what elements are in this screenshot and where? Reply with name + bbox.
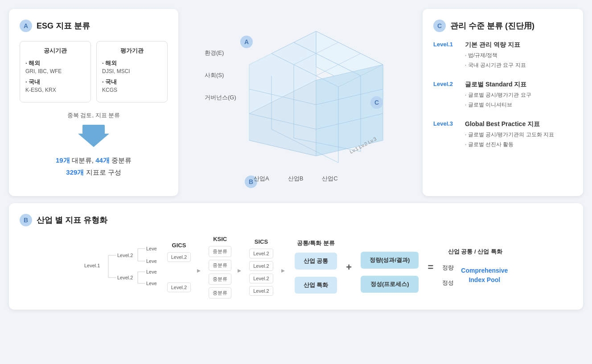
level2-title: 글로벌 Standard 지표 (465, 81, 531, 89)
level1-label: Level.1 (433, 41, 458, 70)
level1-item: Level.1 기본 관리 역량 지표 · 법/규제/정책 · 국내 공시기관 … (433, 41, 572, 70)
gics-col: GICS Level.2 Level.2 (167, 242, 191, 292)
rating-domestic-label: · 국내 (102, 78, 162, 86)
badge-a: A (20, 20, 32, 32)
rating-org-col: 평가기관 · 해외 DJSI, MSCI · 국내 KCGS (96, 41, 168, 102)
level2-content: 글로벌 Standard 지표 · 글로벌 공시/평가기관 요구 · 글로벌 이… (465, 81, 531, 110)
cube-area: A 환경(E) 사회(S) 거버넌스(G) (185, 9, 415, 196)
svg-text:Level.3: Level.3 (146, 246, 156, 251)
svg-text:Level.3: Level.3 (146, 258, 156, 264)
disclosure-org-title: 공시기관 (25, 47, 85, 55)
disclosure-foreign-items: GRI, IBC, WFE (25, 68, 85, 74)
arrow-sics-common (281, 268, 287, 275)
svg-marker-41 (197, 269, 201, 273)
disclosure-domestic-section: · 국내 K-ESG, KRX (25, 78, 85, 93)
card-b-header: B 산업 별 지표 유형화 (20, 214, 572, 226)
level1-items: · 법/규제/정책 · 국내 공시기관 요구 지표 (465, 51, 526, 70)
disclosure-domestic-items: K-ESG, KRX (25, 87, 85, 93)
cube-industryC-label: 산업C (322, 175, 337, 183)
card-industry-typification: B 산업 별 지표 유형화 Level.1 Level.2 Level.2 Le… (9, 203, 583, 310)
result-n1: 19개 (56, 156, 70, 164)
result-label2: 중분류 (111, 156, 132, 164)
result-pool-line1: Comprehensive (461, 266, 508, 275)
rating-domestic-section: · 국내 KCGS (102, 78, 162, 93)
cube-svg: Lv.1 Lv.2 Lv.3 (240, 22, 392, 174)
result-col: 산업 공통 / 산업 특화 정량 정성 Comprehensive Index … (442, 248, 508, 287)
arrow-gics-ksic (197, 268, 202, 275)
badge-b-bottom: B (20, 214, 32, 226)
result-pool-line2: Index Pool (461, 275, 508, 285)
bottom-content: Level.1 Level.2 Level.2 Level.3 Level.3 … (20, 235, 572, 299)
sics-item-2: Level.2 (249, 261, 273, 271)
rating-foreign-items: DJSI, MSCI (102, 68, 162, 74)
industry-common-box: 산업 공통 (295, 253, 337, 270)
level3-content: Global Best Practice 지표 · 글로벌 공시/평가기관의 고… (465, 120, 554, 149)
card-b-title: 산업 별 지표 유형화 (37, 215, 107, 225)
quantitative-box: 정량(성과/결과) (361, 252, 419, 269)
sics-item-1: Level.2 (249, 249, 273, 258)
plus-sign: + (346, 262, 352, 273)
esg-grid: 공시기관 · 해외 GRI, IBC, WFE · 국내 K-ESG, KRX … (20, 41, 168, 102)
result-label1: 대분류, (72, 156, 94, 164)
cube-labels-bottom: 산업A 산업B 산업C (254, 175, 338, 183)
sics-item-3: Level.2 (249, 274, 273, 283)
sics-col: SICS Level.2 Level.2 Level.2 Level.2 (249, 238, 273, 296)
svg-text:Level.1: Level.1 (84, 263, 100, 268)
sics-label: SICS (255, 238, 268, 245)
svg-marker-43 (281, 269, 285, 273)
level2-label: Level.2 (433, 81, 458, 110)
tree-svg: Level.1 Level.2 Level.2 Level.3 Level.3 … (81, 235, 156, 298)
level3-title: Global Best Practice 지표 (465, 120, 554, 128)
disclosure-domestic-label: · 국내 (25, 78, 85, 86)
level3-items: · 글로벌 공시/평가기관의 고도화 지표 · 글로벌 선진사 활동 (465, 130, 554, 149)
divider-text: 중복 검토, 지표 분류 (20, 111, 168, 119)
cube-env-label: 환경(E) (205, 49, 236, 57)
level2-items: · 글로벌 공시/평가기관 요구 · 글로벌 이니셔티브 (465, 90, 531, 110)
sics-item-4: Level.2 (249, 286, 273, 296)
gics-item-1: Level.2 (167, 252, 191, 262)
result-label3: 지표로 구성 (86, 168, 121, 176)
card-c-header: C 관리 수준 분류 (진단用) (433, 20, 572, 32)
result-n3: 329개 (66, 168, 84, 176)
badge-c: C (433, 20, 446, 32)
classification-col: 공통/특화 분류 산업 공통 산업 특화 (295, 239, 337, 295)
rating-foreign-section: · 해외 DJSI, MSCI (102, 59, 162, 74)
gics-item-2: Level.2 (167, 282, 191, 292)
result-text: 19개 대분류, 44개 중분류 329개 지표로 구성 (20, 154, 168, 178)
equals-sign: = (428, 262, 433, 273)
cube-badge-c: C (370, 96, 383, 109)
ksic-item-3: 중분류 (209, 274, 231, 285)
ksic-item-2: 중분류 (209, 260, 231, 271)
cube-industryA-label: 산업A (254, 175, 269, 183)
level1-title: 기본 관리 역량 지표 (465, 41, 526, 49)
gics-label: GICS (172, 242, 186, 249)
card-a-title: ESG 지표 분류 (37, 20, 90, 31)
qualitative-box: 정성(프로세스) (361, 276, 419, 293)
card-management-level: C 관리 수준 분류 (진단用) Level.1 기본 관리 역량 지표 · 법… (423, 9, 583, 196)
level1-content: 기본 관리 역량 지표 · 법/규제/정책 · 국내 공시기관 요구 지표 (465, 41, 526, 70)
card-c-title: 관리 수준 분류 (진단用) (450, 20, 534, 31)
quant-qual-col: 정량(성과/결과) 정성(프로세스) (361, 240, 419, 294)
tree-diagram: Level.1 Level.2 Level.2 Level.3 Level.3 … (81, 235, 156, 299)
result-n2: 44개 (95, 156, 110, 164)
disclosure-foreign-label: · 해외 (25, 59, 85, 67)
svg-text:Level.3: Level.3 (146, 281, 156, 286)
svg-text:Level.3: Level.3 (146, 269, 156, 274)
result-qual-label: 정성 (442, 279, 454, 287)
cube-labels-left: 환경(E) 사회(S) 거버넌스(G) (205, 49, 236, 102)
svg-text:Level.2: Level.2 (117, 253, 133, 258)
card-a-header: A ESG 지표 분류 (20, 20, 168, 32)
classification-label: 공통/특화 분류 (297, 239, 335, 247)
result-quant-label: 정량 (442, 264, 454, 272)
ksic-item-4: 중분류 (209, 287, 231, 299)
card-esg-classification: A ESG 지표 분류 공시기관 · 해외 GRI, IBC, WFE · 국내… (9, 9, 178, 196)
industry-specific-box: 산업 특화 (295, 277, 337, 294)
disclosure-foreign-section: · 해외 GRI, IBC, WFE (25, 59, 85, 74)
arrow-ksic-sics (238, 268, 243, 275)
cube-gov-label: 거버넌스(G) (205, 94, 236, 102)
rating-foreign-label: · 해외 (102, 59, 162, 67)
level2-item: Level.2 글로벌 Standard 지표 · 글로벌 공시/평가기관 요구… (433, 81, 572, 110)
cube-soc-label: 사회(S) (205, 71, 236, 79)
level3-item: Level.3 Global Best Practice 지표 · 글로벌 공시… (433, 120, 572, 149)
ksic-label: KSIC (213, 236, 227, 242)
